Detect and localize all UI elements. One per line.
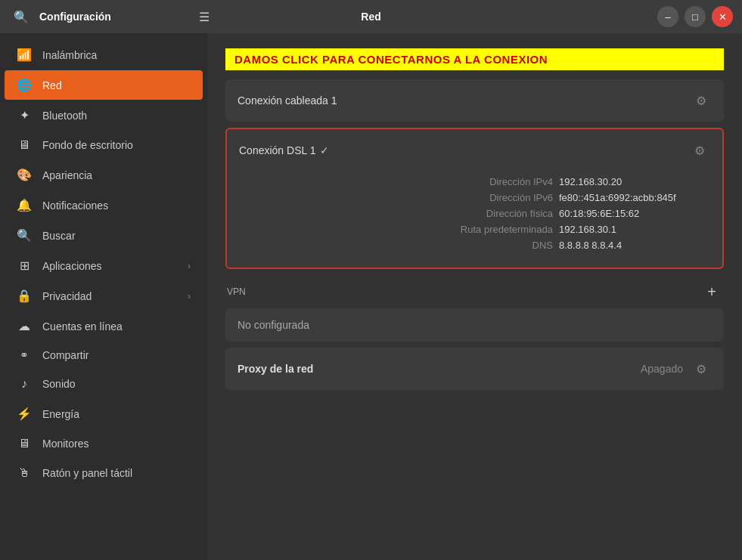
titlebar-left: 🔍 Configuración ☰ — [9, 5, 216, 29]
ipv6-label: Dirección IPv6 — [489, 192, 553, 203]
main-layout: 📶 Inalámbrica 🌐 Red ✦ Bluetooth 🖥 Fondo … — [0, 33, 742, 560]
dsl-connection-name: Conexión DSL 1 — [239, 144, 315, 156]
minimize-button[interactable]: – — [657, 6, 678, 27]
sidebar-label: Apariencia — [42, 169, 191, 181]
annotation-banner: DAMOS CLICK PARA CONECTARNOS A LA CONEXI… — [225, 48, 724, 70]
bluetooth-icon: ✦ — [17, 108, 32, 122]
network-icon: 🌐 — [17, 78, 32, 92]
content-area: DAMOS CLICK PARA CONECTARNOS A LA CONEXI… — [207, 33, 742, 560]
mac-label: Dirección física — [486, 208, 553, 219]
titlebar-right: Red – □ ✕ — [216, 6, 733, 27]
route-value: 192.168.30.1 — [559, 224, 710, 235]
lock-icon: 🔒 — [17, 289, 32, 303]
sidebar: 📶 Inalámbrica 🌐 Red ✦ Bluetooth 🖥 Fondo … — [0, 33, 207, 560]
monitor-icon: 🖥 — [17, 437, 32, 450]
wired-connection-name: Conexión cableada 1 — [238, 94, 691, 107]
mouse-icon: 🖱 — [17, 466, 32, 480]
dns-label: DNS — [532, 240, 553, 251]
sidebar-item-cuentas[interactable]: ☁ Cuentas en línea — [5, 311, 203, 341]
dsl-connection-details: Dirección IPv4 192.168.30.20 Dirección I… — [227, 172, 722, 268]
sidebar-item-compartir[interactable]: ⚭ Compartir — [5, 342, 203, 369]
sidebar-label: Bluetooth — [42, 110, 191, 122]
mac-value: 60:18:95:6E:15:62 — [559, 208, 710, 219]
sidebar-item-privacidad[interactable]: 🔒 Privacidad › — [5, 281, 203, 311]
bell-icon: 🔔 — [17, 198, 32, 212]
route-label: Ruta predeterminada — [461, 224, 553, 235]
connected-checkmark-icon: ✓ — [320, 144, 329, 156]
sidebar-item-notificaciones[interactable]: 🔔 Notificaciones — [5, 190, 203, 220]
ipv4-label: Dirección IPv4 — [489, 176, 553, 187]
hamburger-icon: ☰ — [199, 10, 210, 24]
vpn-header: VPN + — [225, 275, 724, 308]
proxy-item[interactable]: Proxy de la red Apagado ⚙ — [225, 348, 724, 390]
sidebar-item-fondo[interactable]: 🖥 Fondo de escritorio — [5, 131, 203, 159]
vpn-no-config-text: No configurada — [238, 319, 309, 331]
sidebar-label: Red — [42, 79, 191, 91]
appearance-icon: 🎨 — [17, 168, 32, 182]
share-icon: ⚭ — [17, 349, 32, 361]
dsl-connection-item[interactable]: Conexión DSL 1 ✓ ⚙ Dirección IPv4 192.16… — [225, 128, 724, 269]
chevron-right-icon: › — [188, 261, 191, 271]
apps-icon: ⊞ — [17, 258, 32, 273]
proxy-section: Proxy de la red Apagado ⚙ — [225, 348, 724, 390]
sidebar-label: Inalámbrica — [42, 49, 191, 61]
window-controls: – □ ✕ — [657, 6, 733, 27]
proxy-status: Apagado — [641, 363, 683, 375]
sidebar-label: Privacidad — [42, 290, 177, 302]
sidebar-label: Aplicaciones — [42, 260, 177, 272]
sidebar-item-monitores[interactable]: 🖥 Monitores — [5, 429, 203, 458]
chevron-right-icon: › — [188, 291, 191, 302]
maximize-button[interactable]: □ — [685, 6, 706, 27]
dns-row: DNS 8.8.8.8 8.8.4.4 — [239, 240, 710, 251]
energy-icon: ⚡ — [17, 407, 32, 421]
sidebar-item-aplicaciones[interactable]: ⊞ Aplicaciones › — [5, 251, 203, 280]
vpn-title: VPN — [227, 286, 701, 297]
vpn-no-config: No configurada — [225, 308, 724, 342]
window-title: Red — [361, 11, 380, 23]
dsl-connection-header: Conexión DSL 1 ✓ ⚙ — [227, 129, 722, 172]
annotation-text: DAMOS CLICK PARA CONECTARNOS A LA CONEXI… — [234, 53, 548, 66]
desktop-icon: 🖥 — [17, 138, 32, 152]
vpn-section: VPN + No configurada — [225, 275, 724, 342]
dns-value: 8.8.8.8 8.8.4.4 — [559, 240, 710, 251]
sidebar-item-red[interactable]: 🌐 Red — [5, 70, 203, 100]
sidebar-label: Buscar — [42, 230, 191, 242]
sidebar-label: Compartir — [42, 349, 191, 361]
sidebar-item-sonido[interactable]: ♪ Sonido — [5, 370, 203, 398]
search-sidebar-icon: 🔍 — [17, 228, 32, 243]
sidebar-label: Cuentas en línea — [42, 320, 191, 333]
cloud-icon: ☁ — [17, 319, 32, 333]
sidebar-item-raton[interactable]: 🖱 Ratón y panel táctil — [5, 459, 203, 487]
sidebar-label: Ratón y panel táctil — [42, 467, 191, 479]
proxy-name: Proxy de la red — [238, 363, 641, 375]
app-title: Configuración — [33, 11, 192, 23]
ipv4-row: Dirección IPv4 192.168.30.20 — [239, 176, 710, 187]
wifi-icon: 📶 — [17, 48, 32, 62]
sidebar-label: Energía — [42, 408, 191, 420]
ipv4-value: 192.168.30.20 — [559, 176, 710, 187]
ipv6-row: Dirección IPv6 fe80::451a:6992:acbb:845f — [239, 192, 710, 203]
sidebar-label: Fondo de escritorio — [42, 139, 191, 151]
search-icon: 🔍 — [14, 10, 29, 24]
ipv6-value: fe80::451a:6992:acbb:845f — [559, 192, 710, 203]
close-button[interactable]: ✕ — [712, 6, 733, 27]
sidebar-label: Notificaciones — [42, 200, 191, 212]
proxy-settings-gear-icon[interactable]: ⚙ — [691, 358, 712, 379]
sidebar-item-bluetooth[interactable]: ✦ Bluetooth — [5, 101, 203, 130]
route-row: Ruta predeterminada 192.168.30.1 — [239, 224, 710, 235]
wired-connection-header: Conexión cableada 1 ⚙ — [225, 79, 724, 122]
music-icon: ♪ — [17, 377, 32, 391]
menu-button[interactable]: ☰ — [192, 5, 216, 29]
vpn-add-button[interactable]: + — [701, 281, 722, 302]
sidebar-item-energia[interactable]: ⚡ Energía — [5, 399, 203, 429]
wired-settings-gear-icon[interactable]: ⚙ — [691, 90, 712, 111]
wired-connection-item[interactable]: Conexión cableada 1 ⚙ — [225, 79, 724, 122]
sidebar-label: Sonido — [42, 378, 191, 390]
search-button[interactable]: 🔍 — [9, 5, 33, 29]
dsl-settings-gear-icon[interactable]: ⚙ — [689, 140, 710, 161]
sidebar-item-inalambrica[interactable]: 📶 Inalámbrica — [5, 40, 203, 70]
sidebar-item-apariencia[interactable]: 🎨 Apariencia — [5, 160, 203, 190]
mac-row: Dirección física 60:18:95:6E:15:62 — [239, 208, 710, 219]
sidebar-item-buscar[interactable]: 🔍 Buscar — [5, 221, 203, 250]
titlebar: 🔍 Configuración ☰ Red – □ ✕ — [0, 0, 742, 33]
